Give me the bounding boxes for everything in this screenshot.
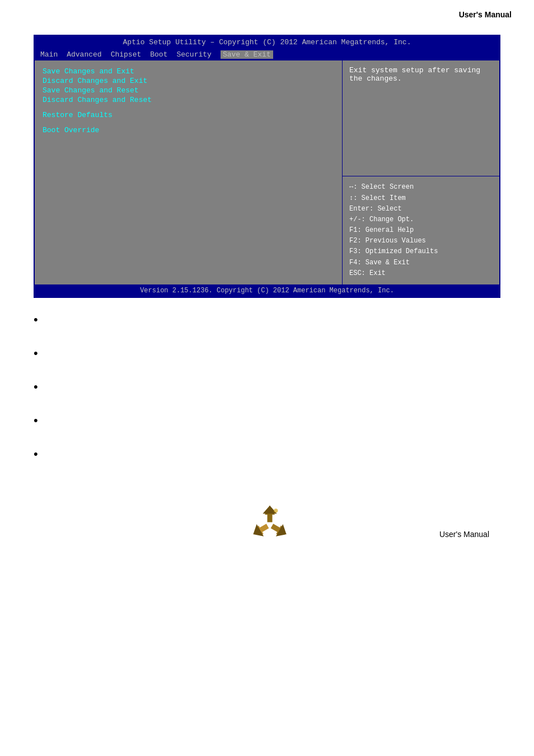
bios-title-bar: Aptio Setup Utility – Copyright (C) 2012… <box>35 36 499 49</box>
shortcut-f1: F1: General Help <box>349 225 493 236</box>
entry-discard-changes-exit[interactable]: Discard Changes and Exit <box>43 77 334 85</box>
bullet-item-5: • <box>34 449 500 461</box>
page-footer: User's Manual <box>0 488 534 556</box>
recycle-logo <box>245 500 289 544</box>
shortcut-select-screen: ↔: Select Screen <box>349 182 493 193</box>
bios-left-panel: Save Changes and Exit Discard Changes an… <box>35 60 343 284</box>
entry-discard-changes-reset[interactable]: Discard Changes and Reset <box>43 96 334 104</box>
bios-content: Save Changes and Exit Discard Changes an… <box>35 60 499 284</box>
bullet-dot-2: • <box>34 346 38 361</box>
entry-boot-override[interactable]: Boot Override <box>43 126 334 134</box>
bullet-item-4: • <box>34 416 500 428</box>
menu-item-advanced[interactable]: Advanced <box>67 50 101 59</box>
shortcut-select-item: ↕: Select Item <box>349 193 493 204</box>
menu-item-security[interactable]: Security <box>176 50 211 59</box>
shortcut-f3: F3: Optimized Defaults <box>349 246 493 257</box>
svg-marker-2 <box>269 521 289 538</box>
bullet-dot-5: • <box>34 447 38 461</box>
entry-save-changes-exit[interactable]: Save Changes and Exit <box>43 67 334 76</box>
page-header: User's Manual <box>0 0 534 25</box>
bios-right-panel: Exit system setup after savingthe change… <box>343 60 499 284</box>
spacer-1 <box>43 105 334 111</box>
shortcut-esc: ESC: Exit <box>349 268 493 279</box>
shortcut-f2: F2: Previous Values <box>349 236 493 246</box>
bios-shortcuts: ↔: Select Screen ↕: Select Item Enter: S… <box>343 176 499 284</box>
bullet-item-3: • <box>34 382 500 394</box>
menu-item-boot[interactable]: Boot <box>150 50 167 59</box>
bullet-dot-3: • <box>34 380 38 394</box>
menu-item-chipset[interactable]: Chipset <box>111 50 142 59</box>
header-title: User's Manual <box>459 10 512 19</box>
bullet-section: • • • • • <box>34 309 500 488</box>
shortcut-enter: Enter: Select <box>349 204 493 214</box>
bullet-item-2: • <box>34 348 500 361</box>
bios-footer: Version 2.15.1236. Copyright (C) 2012 Am… <box>35 284 499 297</box>
shortcut-f4: F4: Save & Exit <box>349 258 493 268</box>
bios-screenshot: Aptio Setup Utility – Copyright (C) 2012… <box>34 35 500 298</box>
bullet-dot-1: • <box>34 312 38 327</box>
entry-save-changes-reset[interactable]: Save Changes and Reset <box>43 86 334 95</box>
bios-description: Exit system setup after savingthe change… <box>343 60 499 176</box>
bios-menu-bar: Main Advanced Chipset Boot Security Save… <box>35 49 499 60</box>
menu-item-main[interactable]: Main <box>40 50 58 59</box>
footer-label: User's Manual <box>439 530 489 539</box>
spacer-2 <box>43 120 334 126</box>
bullet-item-1: • <box>34 315 500 327</box>
entry-restore-defaults[interactable]: Restore Defaults <box>43 111 334 119</box>
bullet-dot-4: • <box>34 413 38 428</box>
shortcut-change-opt: +/-: Change Opt. <box>349 214 493 225</box>
menu-item-save-exit[interactable]: Save & Exit <box>221 50 273 59</box>
svg-point-6 <box>274 508 278 512</box>
svg-marker-4 <box>251 521 270 538</box>
